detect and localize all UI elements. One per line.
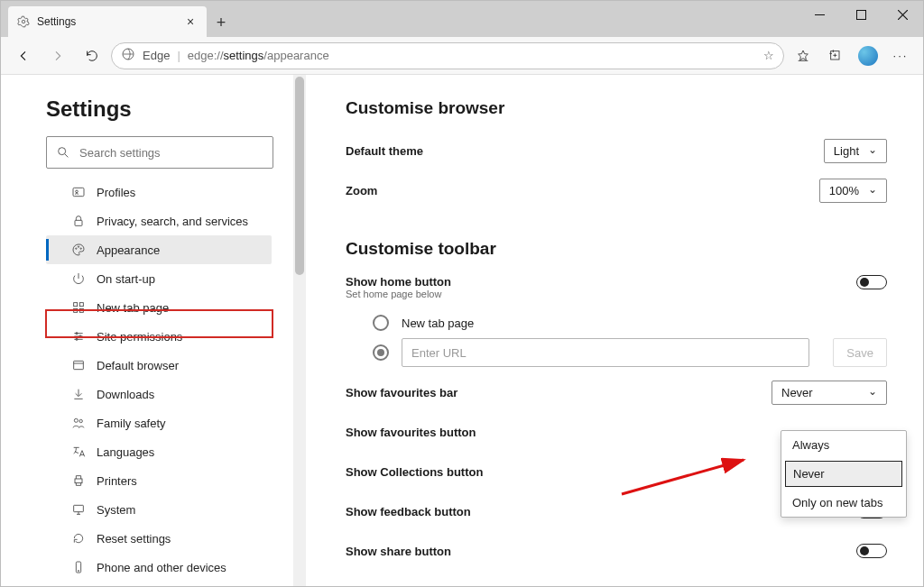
window-controls <box>799 1 923 37</box>
nav-phone[interactable]: Phone and other devices <box>46 553 272 582</box>
edge-logo-icon <box>121 47 135 64</box>
radio-icon[interactable] <box>373 344 389 361</box>
svg-point-21 <box>79 419 82 422</box>
radio-new-tab-page[interactable]: New tab page <box>346 315 887 331</box>
favourite-star-icon[interactable]: ☆ <box>763 49 774 62</box>
feedback-label: Show feedback button <box>346 505 471 518</box>
nav-label: On start-up <box>97 272 155 286</box>
nav-label: Profiles <box>97 186 135 199</box>
nav-downloads[interactable]: Downloads <box>46 380 272 408</box>
fav-bar-dropdown-menu[interactable]: Always Never Only on new tabs <box>781 430 907 518</box>
search-settings-input[interactable] <box>46 136 273 169</box>
nav-label: Downloads <box>97 388 154 401</box>
nav-privacy[interactable]: Privacy, search, and services <box>46 206 272 235</box>
svg-point-10 <box>78 246 79 247</box>
chevron-down-icon <box>868 184 877 197</box>
zoom-label: Zoom <box>346 184 377 197</box>
reset-icon <box>71 531 86 546</box>
power-icon <box>71 271 86 286</box>
window-minimize-button[interactable] <box>799 1 840 28</box>
section-customise-toolbar: Customise toolbar <box>346 239 887 259</box>
profile-icon[interactable] <box>853 41 883 71</box>
omnibox-product: Edge <box>143 49 170 62</box>
nav-default-browser[interactable]: Default browser <box>46 351 272 380</box>
nav-family[interactable]: Family safety <box>46 408 272 437</box>
nav-printers[interactable]: Printers <box>46 466 272 495</box>
nav-label: Family safety <box>97 417 166 430</box>
collections-icon[interactable] <box>820 41 851 71</box>
share-label: Show share button <box>346 545 451 558</box>
svg-rect-19 <box>74 361 84 369</box>
forward-button[interactable] <box>42 41 73 71</box>
nav-label: Site permissions <box>97 330 182 344</box>
family-icon <box>71 416 86 430</box>
svg-rect-15 <box>79 308 83 312</box>
collections-label: Show Collections button <box>346 465 483 479</box>
nav-label: Default browser <box>97 359 179 372</box>
nav-appearance[interactable]: Appearance <box>46 235 272 264</box>
svg-point-5 <box>59 148 66 155</box>
chevron-down-icon <box>868 386 877 399</box>
zoom-dropdown[interactable]: 100% <box>819 179 887 203</box>
theme-label: Default theme <box>346 144 423 158</box>
row-share: Show share button <box>346 535 887 567</box>
nav-profiles[interactable]: Profiles <box>46 178 272 206</box>
omnibox-url-host: settings <box>224 49 264 62</box>
more-icon[interactable]: ··· <box>885 41 916 71</box>
tab-title: Settings <box>37 15 183 28</box>
window-icon <box>71 358 86 372</box>
share-toggle[interactable] <box>856 544 887 558</box>
row-zoom: Zoom 100% <box>346 174 887 206</box>
nav-label: Languages <box>97 445 154 459</box>
fav-bar-opt-never[interactable]: Never <box>785 461 902 487</box>
svg-rect-8 <box>75 220 82 225</box>
nav-startup[interactable]: On start-up <box>46 264 272 293</box>
fav-bar-opt-only-new-tabs[interactable]: Only on new tabs <box>781 489 906 517</box>
home-toggle[interactable] <box>856 275 887 289</box>
sidebar-scrollbar[interactable] <box>293 75 306 586</box>
nav-label: Printers <box>97 474 137 488</box>
fav-bar-opt-always[interactable]: Always <box>781 431 906 459</box>
nav-languages[interactable]: Languages <box>46 437 272 466</box>
favourites-icon[interactable] <box>788 41 818 71</box>
scrollbar-thumb[interactable] <box>295 77 304 275</box>
nav-label: Privacy, search, and services <box>97 215 248 228</box>
nav-reset[interactable]: Reset settings <box>46 524 272 553</box>
theme-dropdown[interactable]: Light <box>824 139 887 163</box>
newtab-button[interactable]: + <box>207 8 236 37</box>
browser-tab[interactable]: Settings × <box>8 6 207 37</box>
nav-newtab[interactable]: New tab page <box>46 293 272 322</box>
home-url-input[interactable]: Enter URL <box>402 338 809 367</box>
nav-site-permissions[interactable]: Site permissions <box>46 322 272 351</box>
save-button[interactable]: Save <box>833 338 887 367</box>
svg-point-25 <box>79 571 79 572</box>
svg-rect-2 <box>856 10 865 19</box>
palette-icon <box>71 243 86 257</box>
refresh-button[interactable] <box>77 41 107 71</box>
nav-system[interactable]: System <box>46 495 272 524</box>
phone-icon <box>71 560 86 574</box>
back-button[interactable] <box>8 41 39 71</box>
address-bar[interactable]: Edge | edge://settings/appearance ☆ <box>111 42 784 69</box>
svg-rect-12 <box>74 303 78 307</box>
svg-rect-23 <box>74 505 84 511</box>
svg-rect-1 <box>815 14 825 15</box>
grid-icon <box>71 300 86 315</box>
window-maximize-button[interactable] <box>840 1 882 28</box>
fav-bar-dropdown[interactable]: Never <box>772 381 887 405</box>
window-close-button[interactable] <box>882 1 923 28</box>
svg-rect-14 <box>74 308 78 312</box>
omnibox-sep: | <box>177 49 180 62</box>
svg-point-20 <box>74 418 78 422</box>
radio-url[interactable]: Enter URL Save <box>346 338 887 367</box>
chevron-down-icon <box>868 144 877 158</box>
languages-icon <box>71 445 86 459</box>
radio-label: New tab page <box>402 316 474 330</box>
lock-icon <box>71 214 86 228</box>
tab-close-icon[interactable]: × <box>183 14 198 29</box>
fav-bar-value: Never <box>781 386 813 399</box>
radio-icon[interactable] <box>373 315 389 331</box>
search-settings-field[interactable] <box>79 146 263 160</box>
settings-nav: Profiles Privacy, search, and services A… <box>46 178 272 582</box>
svg-point-11 <box>80 248 81 249</box>
